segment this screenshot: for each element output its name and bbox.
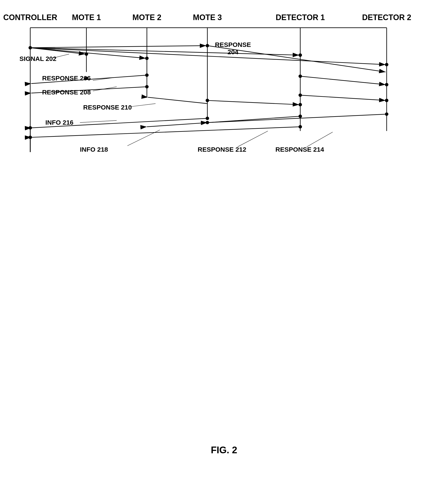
label-response214: RESPONSE 214 — [276, 146, 324, 153]
svg-point-24 — [145, 85, 149, 88]
label-info218: INFO 218 — [80, 146, 108, 153]
svg-point-27 — [299, 103, 302, 106]
svg-point-46 — [206, 121, 209, 124]
svg-line-33 — [300, 95, 386, 100]
svg-point-18 — [299, 53, 302, 57]
svg-line-30 — [300, 76, 386, 85]
label-response212: RESPONSE 212 — [198, 146, 246, 153]
figure-label: FIG. 2 — [211, 445, 237, 455]
svg-point-34 — [299, 94, 302, 97]
svg-line-54 — [128, 130, 160, 146]
label-info216: INFO 216 — [45, 119, 73, 126]
svg-point-40 — [299, 125, 302, 129]
svg-point-14 — [28, 46, 32, 50]
svg-line-13 — [30, 48, 386, 65]
svg-line-39 — [31, 127, 300, 137]
svg-line-28 — [148, 97, 207, 104]
svg-point-31 — [299, 75, 302, 78]
svg-point-35 — [385, 99, 388, 102]
svg-line-25 — [207, 100, 299, 105]
label-signal202: SIGNAL 202 — [19, 55, 56, 62]
label-response204: RESPONSE204 — [215, 41, 251, 56]
label-response210: RESPONSE 210 — [83, 104, 132, 111]
svg-line-55 — [238, 131, 268, 147]
diagram-svg — [9, 13, 436, 186]
svg-point-45 — [385, 112, 388, 116]
diagram-container: CONTROLLER MOTE 1 MOTE 2 MOTE 3 DETECTOR… — [9, 13, 436, 186]
label-response208: RESPONSE 208 — [42, 88, 91, 96]
svg-point-16 — [145, 57, 149, 60]
svg-point-32 — [385, 83, 388, 87]
svg-line-44 — [207, 114, 387, 122]
svg-point-37 — [206, 117, 209, 120]
svg-line-11 — [30, 46, 206, 48]
svg-point-43 — [299, 114, 302, 118]
label-response206: RESPONSE 206 — [42, 75, 91, 82]
svg-point-15 — [85, 52, 88, 56]
svg-line-56 — [307, 132, 333, 147]
svg-line-53 — [80, 121, 117, 123]
svg-point-26 — [206, 99, 209, 102]
svg-point-19 — [385, 63, 388, 66]
svg-line-52 — [129, 104, 155, 107]
svg-point-21 — [145, 73, 149, 77]
